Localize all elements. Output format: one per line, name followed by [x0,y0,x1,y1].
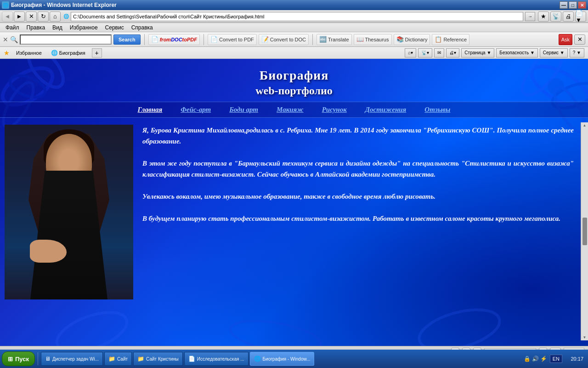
menu-favorites[interactable]: Избранное [66,23,102,32]
taskbar-item-2[interactable]: 📁 Сайт Кристины [133,352,183,366]
taskbar-item-3[interactable]: 📄 Исследовательская ... [184,352,249,366]
home-nav-btn[interactable]: ⌂▾ [405,48,416,58]
toolbar-settings-button[interactable]: ✕ [574,34,585,45]
page-menu-button[interactable]: 📄▼ [575,12,586,22]
window-title: Биография - Windows Internet Explorer [11,2,117,8]
help-btn[interactable]: ? ▼ [570,48,584,58]
nav-achievements[interactable]: Достижения [365,106,407,114]
new-tab-button[interactable]: + [92,48,102,58]
thesaurus-button[interactable]: 📖 Thesaurus [354,34,392,45]
translate-button[interactable]: 🔤 Translate [317,34,351,45]
page-title-main: Биография [0,68,588,83]
nav-body-art[interactable]: Боди арт [229,106,258,114]
plugin-toolbar: ✕ 🔍 Search 📄 fromDOCtoPDF 📄 Convert to P… [0,32,588,47]
content-area: Я, Бурова Кристина Михайловна,родилась в… [0,118,588,345]
hand-shape [30,240,67,263]
mail-btn[interactable]: ✉ [434,48,444,58]
nav-face-art[interactable]: Фейс-арт [181,106,211,114]
go-button[interactable]: → [525,12,535,21]
home-button[interactable]: ⌂ [50,12,61,22]
taskbar-label-1: Сайт [117,356,128,362]
maximize-button[interactable]: □ [569,1,577,9]
taskbar-item-1[interactable]: 📁 Сайт [104,352,132,366]
nav-icons-right: ★ 📡 🖨 📄▼ [538,12,586,22]
convert-doc-label: Convert to DOC [270,37,306,42]
taskbar-icon-4: 🌐 [254,356,261,362]
ask-button[interactable]: Ask [559,34,572,45]
close-button[interactable]: ✕ [578,1,586,9]
menu-view[interactable]: Вид [49,23,66,32]
page-nav: Главная Фейс-арт Боди арт Макияж Рисунок… [0,102,588,118]
browser-icon: 🌐 [2,1,9,9]
menu-bar: Файл Правка Вид Избранное Сервис Справка [0,23,588,32]
refresh-button[interactable]: ↻ [38,12,49,22]
security-btn[interactable]: Безопасность ▼ [496,48,537,58]
fromdoc-plugin[interactable]: 📄 fromDOCtoPDF [148,34,200,45]
menu-file[interactable]: Файл [2,23,23,32]
back-button[interactable]: ◄ [2,12,13,22]
star-icon: ★ [4,49,10,57]
reference-button[interactable]: 📋 Reference [432,34,469,45]
nav-makeup[interactable]: Макияж [277,106,304,114]
tray-icon-2: 🔊 [532,356,539,362]
nav-reviews[interactable]: Отзывы [424,106,450,114]
title-bar-left: 🌐 Биография - Windows Internet Explorer [2,1,117,9]
taskbar-icon-0: 🖥 [45,356,51,362]
page-title-sub: web-портфолио [0,85,588,97]
rss-btn[interactable]: 📡▾ [418,48,432,58]
taskbar-label-4: Биография - Window... [263,356,311,362]
lang-text: EN [553,356,560,362]
scrollbar[interactable]: ▲ ▼ [581,122,588,340]
rss-button[interactable]: 📡 [550,12,561,22]
clock: 20:17 [565,356,583,362]
nav-bar: ◄ ► ✕ ↻ ⌂ 🌐 → ★ 📡 🖨 📄▼ [0,10,588,23]
favorites-label[interactable]: Избранное [13,49,45,57]
forward-button[interactable]: ► [14,12,25,22]
bio-text: Я, Бурова Кристина Михайловна,родилась в… [142,125,574,224]
address-input[interactable] [71,12,523,21]
dictionary-button[interactable]: 📚 Dictionary [394,34,430,45]
nav-drawing[interactable]: Рисунок [322,106,347,114]
window-controls: — □ ✕ [560,1,586,9]
bio-section: Я, Бурова Кристина Михайловна,родилась в… [138,122,581,340]
convert-doc-button[interactable]: 📝 Convert to DOC [259,34,309,45]
windows-icon: ⊞ [8,356,13,362]
language-indicator[interactable]: EN [550,355,562,363]
biography-tab[interactable]: 🌐 Биография [48,49,88,57]
print-btn[interactable]: 🖨▾ [446,48,459,58]
taskbar: ⊞ Пуск 🖥 Диспетчер задач Wi... 📁 Сайт 📁 … [0,350,588,368]
search-button[interactable]: Search [113,34,141,45]
taskbar-label-0: Диспетчер задач Wi... [52,356,99,362]
reference-icon: 📋 [435,36,442,43]
favorites-button[interactable]: ★ [538,12,549,22]
fromdoc-label: fromDOCtoPDF [160,37,197,42]
body-shape [21,171,117,299]
photo [5,125,133,299]
menu-tools[interactable]: Сервис [102,23,128,32]
page-btn[interactable]: Страница ▼ [461,48,494,58]
page-header: Биография web-портфолио [0,59,588,102]
service-btn[interactable]: Сервис ▼ [540,48,568,58]
search-clear-icon[interactable]: ✕ [3,36,8,43]
menu-help[interactable]: Справка [128,23,157,32]
page-controls: ⌂▾ 📡▾ ✉ 🖨▾ Страница ▼ Безопасность ▼ Сер… [405,48,584,58]
nav-main[interactable]: Главная [138,106,163,114]
taskbar-item-0[interactable]: 🖥 Диспетчер задач Wi... [41,352,103,366]
webpage-inner: Биография web-портфолио Главная Фейс-арт… [0,59,588,346]
search-input[interactable] [20,34,112,45]
main-area: Биография web-портфолио Главная Фейс-арт… [0,59,588,357]
stop-button[interactable]: ✕ [26,12,37,22]
start-button[interactable]: ⊞ Пуск [2,351,35,366]
scroll-thumb[interactable] [582,218,587,245]
thesaurus-label: Thesaurus [365,37,389,42]
taskbar-icon-1: 📁 [108,356,115,362]
taskbar-item-4[interactable]: 🌐 Биография - Window... [250,352,315,366]
print-button[interactable]: 🖨 [563,12,574,22]
minimize-button[interactable]: — [560,1,568,9]
webpage: Биография web-портфолио Главная Фейс-арт… [0,59,588,346]
menu-edit[interactable]: Правка [23,23,49,32]
taskbar-right: 🔒 🔊 ⚡ EN 20:17 [521,355,586,363]
taskbar-icon-2: 📁 [137,356,144,362]
start-label: Пуск [15,356,29,362]
convert-pdf-button[interactable]: 📄 Convert to PDF [208,34,257,45]
